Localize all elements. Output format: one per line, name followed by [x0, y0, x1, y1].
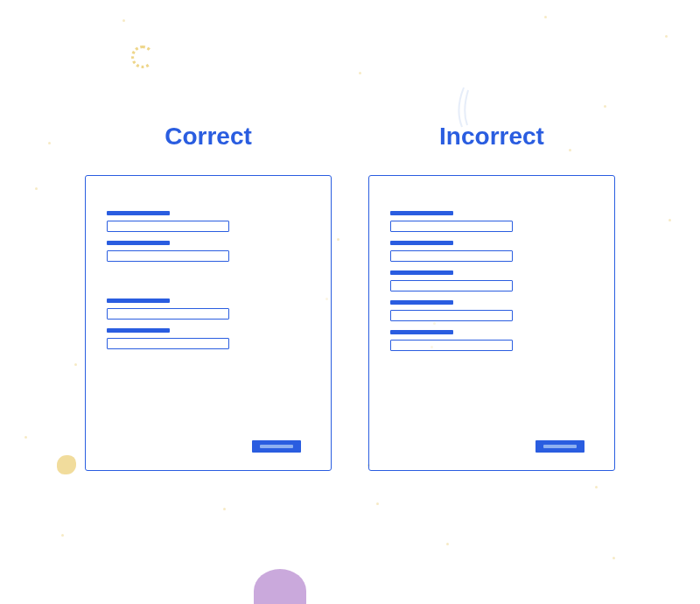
correct-form-panel: [85, 175, 332, 471]
form-field: [107, 298, 310, 320]
field-input-placeholder: [107, 308, 229, 320]
field-input-placeholder: [107, 250, 229, 262]
field-input-placeholder: [107, 221, 229, 232]
field-input-placeholder: [390, 340, 513, 351]
field-label-placeholder: [390, 300, 453, 305]
decorative-yellow-blob: [57, 455, 76, 474]
form-field: [390, 270, 593, 291]
form-field: [390, 241, 593, 262]
form-field: [390, 330, 593, 351]
field-label-placeholder: [107, 211, 170, 215]
field-input-placeholder: [390, 280, 513, 291]
field-input-placeholder: [390, 310, 513, 321]
button-label-placeholder: [260, 445, 293, 448]
field-input-placeholder: [390, 250, 513, 262]
incorrect-form-panel: [368, 175, 615, 471]
form-field: [107, 328, 310, 349]
correct-column: Correct: [85, 123, 332, 471]
field-label-placeholder: [390, 211, 453, 215]
field-input-placeholder: [390, 221, 513, 232]
form-field: [390, 300, 593, 321]
form-field: [390, 211, 593, 232]
decorative-c-shape: [131, 46, 154, 68]
field-label-placeholder: [107, 298, 170, 303]
form-field: [107, 241, 310, 262]
incorrect-column: Incorrect: [368, 123, 615, 471]
form-field: [107, 211, 310, 232]
field-label-placeholder: [390, 330, 453, 334]
decorative-leaf-shape: [446, 83, 481, 131]
field-label-placeholder: [107, 241, 170, 245]
comparison-container: Correct Incorrect: [0, 0, 700, 471]
submit-button-placeholder: [536, 440, 584, 453]
decorative-purple-circle: [254, 569, 306, 604]
field-label-placeholder: [390, 241, 453, 245]
field-input-placeholder: [107, 338, 229, 349]
field-label-placeholder: [390, 270, 453, 275]
correct-heading: Correct: [164, 123, 252, 151]
submit-button-placeholder: [252, 440, 301, 453]
button-label-placeholder: [543, 445, 577, 448]
field-label-placeholder: [107, 328, 170, 333]
